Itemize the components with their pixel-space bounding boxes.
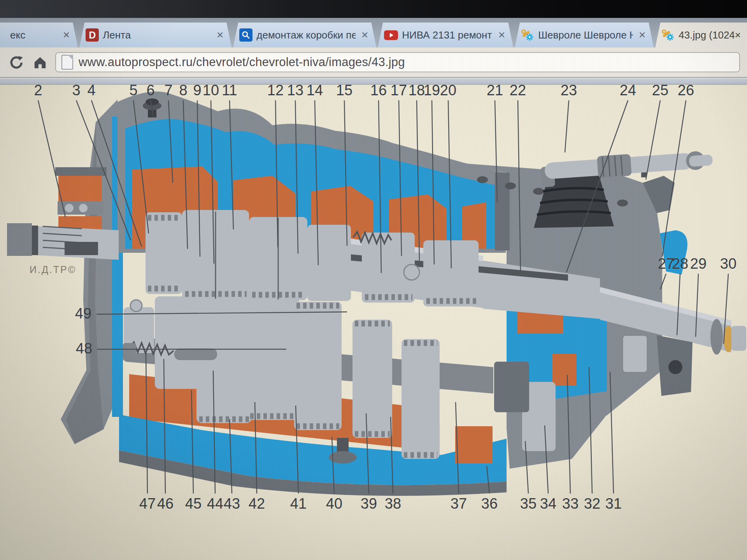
callout-label-39: 39 <box>361 495 377 512</box>
callout-label-44: 44 <box>207 495 223 512</box>
drive2-d-icon: D <box>86 28 99 42</box>
callout-label-36: 36 <box>481 495 498 512</box>
tab-4[interactable]: НИВА 2131 ремонт кп✕ <box>378 23 513 47</box>
callout-label-33: 33 <box>562 495 579 512</box>
tab-2[interactable]: DЛента✕ <box>79 23 231 47</box>
tab-close-icon[interactable]: ✕ <box>496 29 507 41</box>
tab-close-icon[interactable]: ✕ <box>61 29 72 41</box>
address-bar[interactable]: www.autoprospect.ru/chevrolet/chevrolet-… <box>55 52 740 72</box>
callout-label-38: 38 <box>385 495 401 512</box>
callout-label-35: 35 <box>520 495 537 512</box>
tab-6[interactable]: 43.jpg (1024× <box>655 23 747 47</box>
tab-title: Лента <box>103 29 211 41</box>
tools-icon <box>661 28 675 42</box>
tab-close-icon[interactable]: ✕ <box>359 29 370 41</box>
tab-title: 43.jpg (1024× <box>679 29 741 41</box>
page-icon <box>61 55 73 70</box>
callout-label-48: 48 <box>76 340 92 357</box>
callout-label-31: 31 <box>605 495 622 512</box>
tools-icon <box>521 28 534 42</box>
watermark-text: И.Д.ТР© <box>30 264 76 275</box>
callout-label-42: 42 <box>249 495 265 512</box>
toolbar-shadow-band <box>0 79 747 85</box>
browser-tab-bar: екс✕DЛента✕демонтаж коробки пе✕НИВА 2131… <box>0 18 747 47</box>
input-shaft <box>7 167 119 260</box>
tab-3[interactable]: демонтаж коробки пе✕ <box>233 23 376 47</box>
tab-title: НИВА 2131 ремонт кп <box>402 29 493 41</box>
callout-label-29: 29 <box>690 256 707 272</box>
tab-5[interactable]: Шевроле Шевроле Ни✕ <box>515 23 654 47</box>
callout-label-47: 47 <box>139 495 156 512</box>
youtube-icon <box>384 30 398 40</box>
callout-label-28: 28 <box>672 256 688 272</box>
monitor-top-edge <box>0 0 747 18</box>
callout-label-40: 40 <box>326 495 342 512</box>
tab-title: демонтаж коробки пе <box>256 29 356 41</box>
callout-label-46: 46 <box>157 495 174 512</box>
tab-title: екс <box>10 29 57 41</box>
leader-line-23 <box>565 100 569 152</box>
callout-label-37: 37 <box>451 495 467 512</box>
reload-button[interactable] <box>7 53 25 71</box>
callout-label-32: 32 <box>584 495 600 512</box>
callout-label-41: 41 <box>290 495 307 512</box>
callout-label-49: 49 <box>75 305 91 322</box>
callout-label-34: 34 <box>540 495 556 512</box>
callout-label-45: 45 <box>185 495 202 512</box>
search-icon <box>239 28 253 42</box>
leader-line-2 <box>38 100 65 217</box>
home-button[interactable] <box>31 53 49 71</box>
browser-toolbar: www.autoprospect.ru/chevrolet/chevrolet-… <box>0 47 747 78</box>
tab-1[interactable]: екс✕ <box>0 23 78 47</box>
tab-title: Шевроле Шевроле Ни <box>538 29 633 41</box>
tab-close-icon[interactable]: ✕ <box>637 29 647 41</box>
url-text: www.autoprospect.ru/chevrolet/chevrolet-… <box>79 55 405 69</box>
tab-close-icon[interactable]: ✕ <box>215 29 225 41</box>
callout-label-30: 30 <box>720 256 736 272</box>
callout-label-43: 43 <box>224 495 240 512</box>
